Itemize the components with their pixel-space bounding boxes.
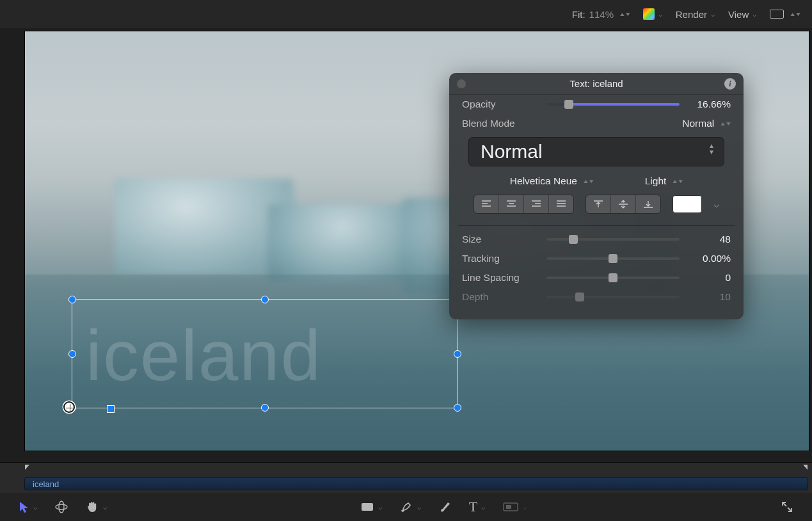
font-row: Helvetica Neue ▲▼ Light ▲▼	[449, 173, 744, 193]
render-menu[interactable]: Render ⌵	[676, 9, 715, 20]
vertical-align-segment	[585, 195, 661, 214]
depth-value: 10	[687, 291, 731, 303]
pen-tool[interactable]: ⌵	[399, 500, 422, 514]
align-justify-button[interactable]	[548, 195, 573, 213]
resize-handle[interactable]	[68, 350, 76, 358]
mask-tool[interactable]: ⌵	[502, 501, 527, 513]
anchor-point[interactable]	[63, 401, 75, 413]
valign-top-button[interactable]	[586, 195, 610, 213]
fit-value: 114%	[589, 9, 614, 20]
info-icon[interactable]: i	[724, 78, 736, 90]
svg-point-3	[402, 510, 404, 512]
valign-bottom-button[interactable]	[635, 195, 660, 213]
fit-label: Fit:	[572, 9, 585, 20]
3d-transform-tool[interactable]	[54, 500, 68, 514]
align-right-button[interactable]	[523, 195, 548, 213]
align-row: ⌵	[449, 193, 744, 223]
hud-title: Text: iceland	[569, 78, 623, 89]
render-label: Render	[676, 9, 707, 20]
hud-header[interactable]: Text: iceland i	[449, 73, 744, 95]
color-dropdown[interactable]: ⌵	[713, 198, 720, 210]
blend-mode-label: Blend Mode	[462, 118, 539, 129]
text-color-well[interactable]	[673, 195, 702, 213]
fullscreen-button[interactable]	[780, 500, 794, 514]
resize-handle[interactable]	[261, 404, 269, 412]
valign-middle-button[interactable]	[610, 195, 635, 213]
text-start-handle[interactable]	[107, 405, 115, 413]
resize-handle[interactable]	[68, 296, 76, 303]
ruler[interactable]	[0, 462, 812, 476]
font-family-select[interactable]: Helvetica Neue ▲▼	[510, 175, 594, 187]
text-style-value: Normal	[481, 141, 543, 163]
size-value[interactable]: 48	[687, 234, 731, 245]
tracking-label: Tracking	[462, 253, 539, 264]
color-wheel-icon	[643, 8, 655, 20]
mini-timeline: iceland	[0, 476, 812, 493]
linespacing-slider[interactable]	[546, 277, 680, 279]
resize-handle[interactable]	[261, 296, 269, 303]
resize-handle[interactable]	[454, 350, 461, 358]
text-object[interactable]: iceland	[86, 313, 444, 399]
fit-zoom-control[interactable]: Fit: 114% ▲▼	[572, 9, 630, 20]
arrow-icon	[18, 501, 29, 513]
scene-iceberg	[268, 204, 415, 281]
paint-tool[interactable]	[438, 500, 452, 514]
hand-icon	[85, 500, 99, 514]
aspect-icon	[770, 10, 784, 19]
orbit-icon	[54, 500, 68, 514]
brush-icon	[438, 500, 452, 514]
tracking-value[interactable]: 0.00%	[687, 253, 731, 264]
text-style-select[interactable]: Normal ▲▼	[468, 137, 724, 166]
clip-label: iceland	[33, 479, 59, 489]
expand-icon	[780, 500, 794, 514]
color-profile-swatch[interactable]: ⌵	[643, 8, 663, 20]
select-tool[interactable]: ⌵	[18, 501, 38, 513]
pan-tool[interactable]: ⌵	[85, 500, 107, 514]
opacity-value[interactable]: 16.66%	[687, 99, 731, 110]
bottom-toolbar: ⌵ ⌵ ⌵ ⌵ T ⌵ ⌵	[0, 493, 812, 521]
view-menu[interactable]: View ⌵	[728, 9, 757, 20]
linespacing-value[interactable]: 0	[687, 272, 731, 284]
timeline-clip[interactable]: iceland	[24, 477, 808, 490]
align-left-button[interactable]	[474, 195, 498, 213]
opacity-slider[interactable]	[546, 103, 680, 106]
font-weight-select[interactable]: Light ▲▼	[645, 175, 683, 187]
horizontal-align-segment	[474, 195, 574, 214]
mask-icon	[502, 501, 519, 513]
viewer: iceland Text: iceland i	[0, 28, 812, 454]
blend-mode-select[interactable]: Normal ▲▼	[546, 118, 731, 129]
text-tool[interactable]: T ⌵	[469, 499, 486, 515]
linespacing-row: Line Spacing 0	[449, 268, 744, 287]
slider-knob[interactable]	[609, 254, 617, 263]
slider-knob[interactable]	[564, 100, 573, 109]
tracking-slider[interactable]	[546, 257, 680, 260]
slider-knob[interactable]	[609, 273, 617, 282]
resize-handle[interactable]	[454, 404, 461, 412]
opacity-label: Opacity	[462, 99, 539, 110]
view-label: View	[728, 9, 749, 20]
size-slider[interactable]	[546, 238, 680, 241]
font-weight-value: Light	[645, 175, 667, 187]
rectangle-icon	[360, 501, 374, 513]
size-row: Size 48	[449, 230, 744, 249]
aspect-control[interactable]: ▲▼	[770, 10, 800, 19]
selection-box	[72, 299, 458, 408]
size-label: Size	[462, 234, 539, 245]
font-family-value: Helvetica Neue	[510, 175, 577, 187]
close-icon[interactable]	[457, 79, 466, 88]
depth-row: Depth 10	[449, 287, 744, 307]
slider-knob[interactable]	[569, 235, 578, 244]
svg-point-0	[56, 504, 67, 509]
depth-label: Depth	[462, 291, 539, 303]
in-point-marker[interactable]	[24, 464, 31, 476]
align-center-button[interactable]	[498, 195, 523, 213]
opacity-row: Opacity 16.66%	[449, 95, 744, 114]
shape-tool[interactable]: ⌵	[360, 501, 383, 513]
text-icon: T	[469, 499, 477, 515]
slider-knob	[575, 293, 584, 301]
svg-rect-2	[362, 503, 373, 511]
svg-rect-5	[506, 505, 511, 509]
linespacing-label: Line Spacing	[462, 272, 539, 284]
out-point-marker[interactable]	[802, 464, 808, 476]
blend-mode-value: Normal	[682, 118, 714, 129]
